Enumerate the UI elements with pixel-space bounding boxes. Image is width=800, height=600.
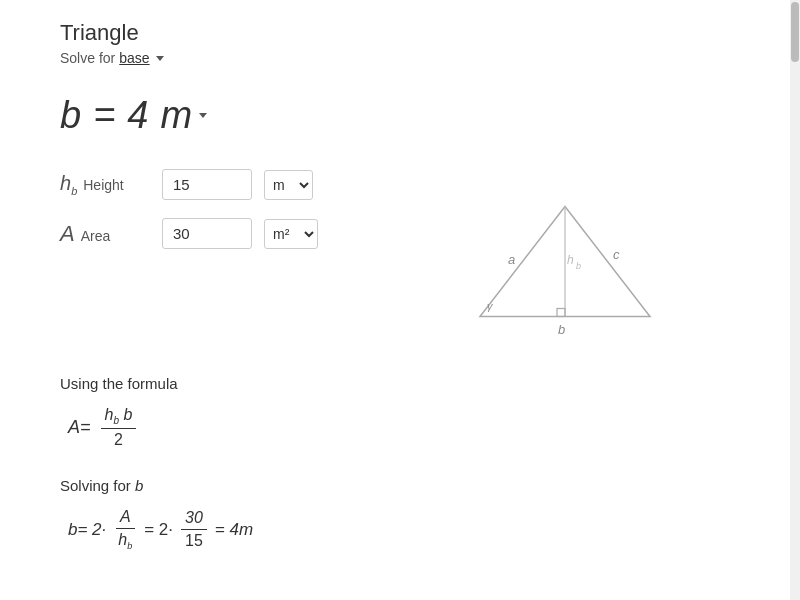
solving-heading: Solving for b <box>60 477 740 494</box>
height-label-group: hb Height <box>60 172 150 197</box>
result-equals: = <box>93 94 117 137</box>
solving-prefix: Solving for <box>60 477 135 494</box>
solving-variable: b <box>135 477 143 494</box>
page-title: Triangle <box>60 20 740 46</box>
triangle-diagram: a h b c γ b <box>450 179 670 339</box>
diagram-section: a h b c γ b <box>380 169 740 339</box>
solving-lhs: b= 2· <box>68 520 106 540</box>
svg-text:b: b <box>576 261 581 271</box>
result-unit-dropdown[interactable]: m <box>160 94 207 137</box>
solving-section: Solving for b b= 2· A hb = 2· 30 15 = 4m <box>60 477 740 551</box>
formula-denominator: 2 <box>110 429 127 449</box>
solving-formula: b= 2· A hb = 2· 30 15 = 4m <box>68 508 740 551</box>
solving-frac1-top: A <box>116 508 135 529</box>
solve-for-dropdown-arrow[interactable] <box>156 56 164 61</box>
result-value: 4 <box>127 94 150 137</box>
svg-text:γ: γ <box>487 300 494 312</box>
subtitle: Solve for base <box>60 50 740 66</box>
formula-section: Using the formula A= hb b 2 <box>60 375 740 449</box>
subtitle-prefix: Solve for <box>60 50 115 66</box>
height-input[interactable] <box>162 169 252 200</box>
formula-heading: Using the formula <box>60 375 740 392</box>
formula-display: A= hb b 2 <box>68 406 740 449</box>
svg-text:h: h <box>567 253 574 267</box>
solving-fraction-2: 30 15 <box>181 509 207 550</box>
scrollbar-thumb[interactable] <box>791 2 799 62</box>
height-unit-select[interactable]: m cm km ft in <box>264 170 313 200</box>
solving-frac2-bot: 15 <box>181 530 207 550</box>
svg-text:a: a <box>508 252 515 267</box>
title-section: Triangle Solve for base <box>60 20 740 66</box>
area-input[interactable] <box>162 218 252 249</box>
solving-frac2-top: 30 <box>181 509 207 530</box>
formula-numerator: hb b <box>101 406 137 429</box>
height-label: Height <box>83 177 123 193</box>
scrollbar[interactable] <box>790 0 800 600</box>
inputs-diagram-row: hb Height m cm km ft in A Area <box>60 169 740 339</box>
inputs-section: hb Height m cm km ft in A Area <box>60 169 320 249</box>
svg-text:c: c <box>613 247 620 262</box>
area-label-group: A Area <box>60 221 150 247</box>
formula-fraction: hb b 2 <box>101 406 137 449</box>
formula-lhs: A= <box>68 417 91 438</box>
result-unit-label: m <box>160 94 194 137</box>
solving-frac1-bot: hb <box>114 529 136 551</box>
solving-eq2: = 2· <box>144 520 173 540</box>
solving-result: = 4m <box>215 520 253 540</box>
solve-for-link[interactable]: base <box>119 50 149 66</box>
area-input-row: A Area m² cm² km² ft² in² <box>60 218 320 249</box>
result-section: b = 4 m <box>60 94 740 137</box>
result-unit-arrow[interactable] <box>199 113 207 118</box>
result-display: b = 4 m <box>60 94 207 137</box>
solving-fraction-1: A hb <box>114 508 136 551</box>
height-symbol: hb <box>60 172 77 197</box>
svg-rect-2 <box>557 309 565 317</box>
svg-text:b: b <box>558 322 565 337</box>
result-variable: b <box>60 94 83 137</box>
area-unit-select[interactable]: m² cm² km² ft² in² <box>264 219 318 249</box>
area-symbol: A <box>60 221 75 247</box>
area-label: Area <box>81 228 111 244</box>
height-input-row: hb Height m cm km ft in <box>60 169 320 200</box>
